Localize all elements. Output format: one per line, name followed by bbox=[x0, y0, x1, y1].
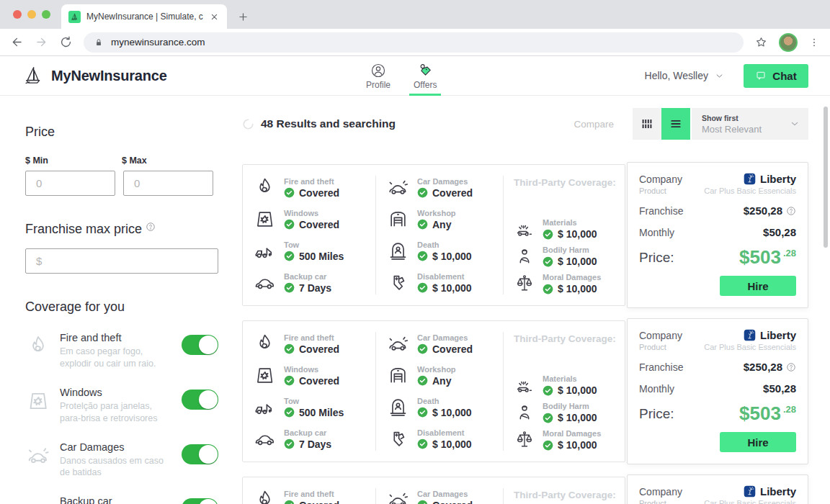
coverage-item-value: Covered bbox=[299, 187, 339, 199]
user-menu[interactable]: Hello, Weslley bbox=[645, 70, 725, 81]
coverage-toggle[interactable] bbox=[182, 390, 218, 410]
chat-button[interactable]: Chat bbox=[744, 64, 808, 88]
profile-icon bbox=[370, 63, 386, 78]
coverage-item: Bodily Harm $ 10,000 bbox=[514, 402, 617, 423]
check-icon bbox=[417, 282, 428, 293]
coverage-filter-title: Backup car bbox=[60, 495, 173, 504]
coverage-item-label: Moral Damages bbox=[543, 273, 601, 282]
third-party-title: Third-Party Coverage: bbox=[514, 490, 617, 500]
check-icon bbox=[543, 440, 553, 451]
liberty-logo-icon bbox=[744, 173, 756, 185]
franchise-help-icon[interactable] bbox=[786, 206, 796, 216]
close-window-button[interactable] bbox=[13, 10, 22, 19]
coverage-toggle[interactable] bbox=[182, 335, 218, 355]
coverage-item-icon bbox=[253, 395, 277, 419]
coverage-toggle[interactable] bbox=[182, 444, 218, 464]
coverage-item-label: Fire and theft bbox=[284, 177, 339, 186]
coverage-item-icon bbox=[253, 239, 277, 263]
third-party-column: Third-Party Coverage: Materials $ 10,000… bbox=[503, 176, 625, 294]
maximize-window-button[interactable] bbox=[42, 10, 50, 19]
forward-icon[interactable] bbox=[35, 35, 48, 49]
hire-button[interactable]: Hire bbox=[720, 276, 796, 296]
coverage-item-value: $ 10,000 bbox=[432, 251, 472, 262]
nav-item-profile[interactable]: Profile bbox=[366, 56, 391, 96]
price-value: $503.28 bbox=[739, 246, 796, 269]
min-price-input[interactable] bbox=[25, 171, 115, 196]
coverage-item-value: $ 10,000 bbox=[558, 439, 597, 451]
bookmark-star-icon[interactable] bbox=[754, 35, 768, 49]
nav-item-offers[interactable]: Offers bbox=[414, 56, 437, 96]
coverage-item-label: Car Damages bbox=[417, 177, 473, 186]
coverage-item-icon bbox=[386, 271, 410, 294]
brand[interactable]: MyNewInsurance bbox=[22, 64, 167, 87]
coverage-item-value: $ 10,000 bbox=[432, 438, 472, 450]
product-label: Product bbox=[639, 186, 666, 195]
new-tab-button[interactable] bbox=[237, 11, 249, 23]
franchise-help-icon[interactable] bbox=[786, 362, 796, 372]
scrollbar-thumb[interactable] bbox=[824, 107, 828, 248]
coverage-filter-icon bbox=[25, 388, 51, 414]
coverage-item-icon bbox=[514, 374, 535, 396]
coverage-item: Moral Damages $ 10,000 bbox=[514, 429, 617, 451]
filters-sidebar: Price $ Min $ Max Franchise max price Co… bbox=[0, 96, 242, 504]
price-filter-title: Price bbox=[25, 125, 218, 140]
coverage-item: Workshop Any bbox=[386, 207, 496, 231]
address-bar[interactable]: mynewinsurance.com bbox=[84, 32, 744, 53]
grid-view-button[interactable] bbox=[633, 108, 661, 140]
coverage-item: Backup car 7 Days bbox=[253, 271, 368, 294]
check-icon bbox=[284, 375, 295, 386]
offer-card: Fire and theft Covered Windows Covered T… bbox=[242, 477, 808, 504]
list-view-button[interactable] bbox=[661, 108, 690, 140]
sort-dropdown[interactable]: Show first Most Relevant bbox=[692, 108, 808, 140]
coverage-item-icon bbox=[514, 429, 535, 451]
window-controls[interactable] bbox=[13, 10, 50, 19]
coverage-item: Windows Covered bbox=[253, 207, 368, 231]
check-icon bbox=[543, 229, 553, 240]
coverage-item-icon bbox=[514, 402, 535, 423]
reload-icon[interactable] bbox=[59, 35, 73, 49]
browser-tab-bar: MyNewInsurance | Simulate, com bbox=[0, 0, 830, 29]
company-name: Liberty bbox=[760, 329, 796, 341]
coverage-item-label: Materials bbox=[543, 218, 597, 227]
back-icon[interactable] bbox=[10, 35, 24, 49]
monthly-value: $50,28 bbox=[763, 382, 796, 395]
coverage-item-icon bbox=[253, 332, 277, 356]
tab-close-icon[interactable] bbox=[209, 12, 220, 22]
greeting-text: Hello, Weslley bbox=[645, 70, 708, 81]
coverage-filter-title: Car Damages bbox=[60, 441, 173, 453]
monthly-value: $50,28 bbox=[763, 226, 796, 238]
company-name: Liberty bbox=[760, 485, 796, 498]
hire-button[interactable]: Hire bbox=[720, 432, 796, 452]
coverage-item: Disablement $ 10,000 bbox=[386, 427, 496, 451]
coverage-toggle[interactable] bbox=[182, 498, 218, 504]
chat-label: Chat bbox=[772, 70, 796, 82]
minimize-window-button[interactable] bbox=[27, 10, 36, 19]
browser-profile-avatar[interactable] bbox=[779, 33, 798, 52]
coverage-item: Tow 500 Miles bbox=[253, 395, 368, 419]
help-icon[interactable] bbox=[146, 222, 156, 232]
browser-menu-icon[interactable] bbox=[808, 37, 820, 48]
nav-offers-label: Offers bbox=[414, 80, 437, 90]
franchise-filter-title: Franchise max price bbox=[25, 222, 142, 237]
coverage-item-value: $ 10,000 bbox=[558, 256, 597, 267]
check-icon bbox=[417, 219, 428, 230]
check-icon bbox=[284, 343, 295, 354]
toggle-knob bbox=[199, 499, 218, 504]
coverage-item-label: Fire and theft bbox=[284, 490, 339, 498]
coverage-filter-item: Car Damages Danos causados em caso de ba… bbox=[25, 441, 218, 480]
monthly-label: Monthly bbox=[639, 383, 674, 395]
check-icon bbox=[284, 187, 295, 198]
compare-button[interactable]: Compare bbox=[574, 119, 614, 130]
franchise-price-input[interactable] bbox=[25, 248, 218, 274]
coverage-item-icon bbox=[253, 207, 277, 231]
coverage-item-value: $ 10,000 bbox=[558, 384, 597, 396]
coverage-item-icon bbox=[386, 488, 410, 504]
toggle-knob bbox=[199, 445, 218, 464]
max-price-input[interactable] bbox=[123, 171, 213, 196]
coverage-item-icon bbox=[386, 207, 410, 231]
check-icon bbox=[284, 438, 295, 449]
product-label: Product bbox=[639, 499, 666, 504]
browser-tab[interactable]: MyNewInsurance | Simulate, com bbox=[61, 4, 227, 29]
coverage-item-value: Covered bbox=[299, 343, 339, 355]
coverage-item-icon bbox=[386, 332, 410, 356]
